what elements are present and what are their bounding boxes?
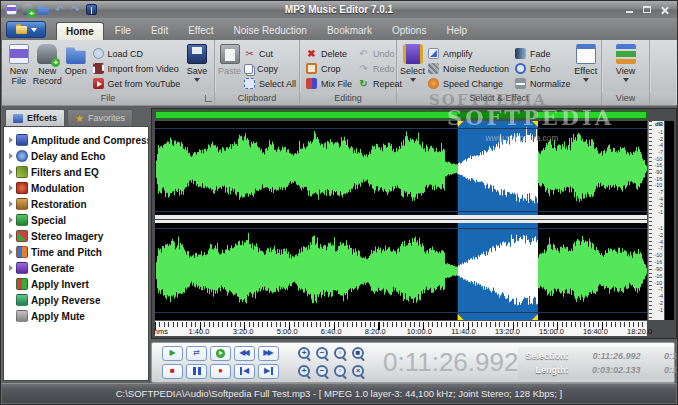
waveform-display[interactable] — [155, 121, 647, 320]
quick-save-button[interactable] — [85, 4, 98, 16]
ribbon-tab[interactable]: Options — [383, 22, 435, 40]
effects-tree-item[interactable]: Modulation — [7, 180, 148, 196]
go-to-start-button[interactable]: ◀ — [234, 364, 255, 379]
zoom-vertical-in-button[interactable] — [296, 363, 313, 380]
undo-icon — [358, 48, 369, 59]
effect-icon — [576, 44, 596, 64]
ribbon-tab[interactable]: Help — [437, 22, 476, 40]
clipboard-group-label: Clipboard — [215, 92, 299, 105]
import-from-video-button[interactable]: Import from Video — [90, 61, 184, 76]
effects-tree-item[interactable]: Delay and Echo — [7, 148, 148, 164]
paste-button[interactable]: Paste — [218, 42, 241, 76]
zoom-out-button[interactable] — [314, 345, 331, 362]
speed-change-button[interactable]: Speed Change — [425, 76, 512, 91]
quick-redo-button[interactable] — [69, 4, 82, 16]
effects-tree-item[interactable]: Time and Pitch — [7, 244, 148, 260]
zoom-selection-button[interactable] — [332, 345, 349, 362]
expand-arrow-icon[interactable] — [9, 169, 13, 175]
stop-button[interactable]: ■ — [162, 364, 183, 379]
record-button[interactable]: ● — [210, 364, 231, 379]
effects-tree-item[interactable]: Special — [7, 212, 148, 228]
get-from-youtube-button[interactable]: Get from YouTube — [90, 76, 184, 91]
effects-tree-item[interactable]: Apply Invert — [7, 276, 148, 292]
waveform-panel: dB -1-2-4-7-10-16-90-16-10-7-4-2-1 -1-2-… — [151, 108, 677, 339]
waveform-canvas[interactable] — [155, 121, 647, 320]
expand-arrow-icon[interactable] — [9, 137, 13, 143]
ribbon-tab[interactable]: Noise Reduction — [225, 22, 316, 40]
close-button[interactable] — [658, 4, 672, 15]
time-ruler-label: 18:20.0 — [627, 327, 652, 336]
effects-tree-item[interactable]: Amplitude and Compression — [7, 132, 148, 148]
open-button[interactable]: Open — [62, 42, 90, 76]
expand-arrow-icon[interactable] — [9, 153, 13, 159]
app-menu-button[interactable] — [6, 21, 46, 38]
amplify-button[interactable]: Amplify — [425, 46, 512, 61]
zoom-level-icon — [334, 365, 347, 378]
zoom-reset-button[interactable] — [350, 363, 367, 380]
quick-new-file-button[interactable] — [5, 4, 18, 16]
select-all-button[interactable]: Select All — [241, 76, 299, 91]
expand-arrow-icon[interactable] — [9, 217, 13, 223]
normalize-button[interactable]: Normalize — [512, 76, 574, 91]
rewind-button[interactable]: ◀◀ — [234, 346, 255, 361]
effects-tree-item[interactable]: Filters and EQ — [7, 164, 148, 180]
fade-button[interactable]: Fade — [512, 46, 574, 61]
time-ruler[interactable]: hms1:40.03:20.05:00.06:40.08:20.010:00.0… — [155, 320, 647, 336]
view-button[interactable]: View — [608, 42, 643, 82]
go-to-end-button[interactable]: ▶ — [258, 364, 279, 379]
tab-favorites[interactable]: ★ Favorites — [67, 109, 133, 126]
ribbon-tab[interactable]: Home — [56, 22, 104, 40]
expand-arrow-icon[interactable] — [9, 233, 13, 239]
effects-tree-item[interactable]: Generate — [7, 260, 148, 276]
play-button[interactable]: ▶ — [162, 346, 183, 361]
minimize-button[interactable] — [622, 4, 636, 15]
select-button[interactable]: Select — [400, 42, 425, 82]
new-record-button[interactable]: New Record — [33, 42, 62, 86]
dialog-launcher-icon[interactable] — [205, 95, 212, 102]
expand-arrow-icon[interactable] — [9, 185, 13, 191]
zoom-reset-icon — [352, 365, 365, 378]
db-tick-label: -90 — [655, 169, 663, 174]
expand-arrow-icon[interactable] — [9, 249, 13, 255]
play-selection-button[interactable] — [210, 346, 231, 361]
quick-undo-button[interactable] — [53, 4, 66, 16]
copy-button[interactable]: Copy — [241, 61, 299, 76]
expand-arrow-icon[interactable] — [9, 265, 13, 271]
crop-label: Crop — [321, 64, 341, 74]
load-cd-button[interactable]: Load CD — [90, 46, 184, 61]
noise-reduction-button[interactable]: Noise Reduction — [425, 61, 512, 76]
zoom-level-button[interactable] — [332, 363, 349, 380]
mix-file-button[interactable]: Mix File — [303, 76, 355, 91]
fast-forward-button[interactable]: ▶▶ — [258, 346, 279, 361]
quick-new-record-button[interactable] — [21, 4, 34, 16]
effect-button[interactable]: Effect — [574, 42, 598, 82]
save-button[interactable]: Save — [183, 42, 211, 82]
delete-button[interactable]: Delete — [303, 46, 355, 61]
ribbon-tab[interactable]: Effect — [179, 22, 222, 40]
zoom-vertical-out-button[interactable] — [314, 363, 331, 380]
ribbon-tab[interactable]: Bookmark — [318, 22, 381, 40]
new-file-button[interactable]: New File — [5, 42, 33, 86]
ribbon-tab[interactable]: Edit — [142, 22, 177, 40]
ribbon-group-editing: Delete Crop Mix File Undo Redo Repeat Ed… — [300, 40, 397, 105]
loop-play-button[interactable]: ⇄ — [186, 346, 207, 361]
tab-effects[interactable]: Effcets — [5, 109, 65, 126]
zoom-full-button[interactable] — [350, 345, 367, 362]
pause-button[interactable] — [186, 364, 207, 379]
zoom-vertical-in-icon — [298, 365, 311, 378]
overview-position-bar[interactable] — [155, 111, 647, 119]
effects-tree-item[interactable]: Apply Reverse — [7, 292, 148, 308]
maximize-button[interactable] — [640, 4, 654, 15]
quick-open-button[interactable] — [37, 4, 50, 16]
effects-tree-item[interactable]: Stereo Imagery — [7, 228, 148, 244]
selection-start-value: 0:11:26.992 — [574, 351, 646, 361]
ribbon-tab[interactable]: File — [106, 22, 140, 40]
crop-button[interactable]: Crop — [303, 61, 355, 76]
expand-arrow-icon[interactable] — [9, 201, 13, 207]
zoom-in-button[interactable] — [296, 345, 313, 362]
db-tick-label: -1 — [658, 129, 663, 134]
cut-button[interactable]: Cut — [241, 46, 299, 61]
effects-tree-item[interactable]: Apply Mute — [7, 308, 148, 324]
echo-button[interactable]: Echo — [512, 61, 574, 76]
effects-tree-item[interactable]: Restoration — [7, 196, 148, 212]
